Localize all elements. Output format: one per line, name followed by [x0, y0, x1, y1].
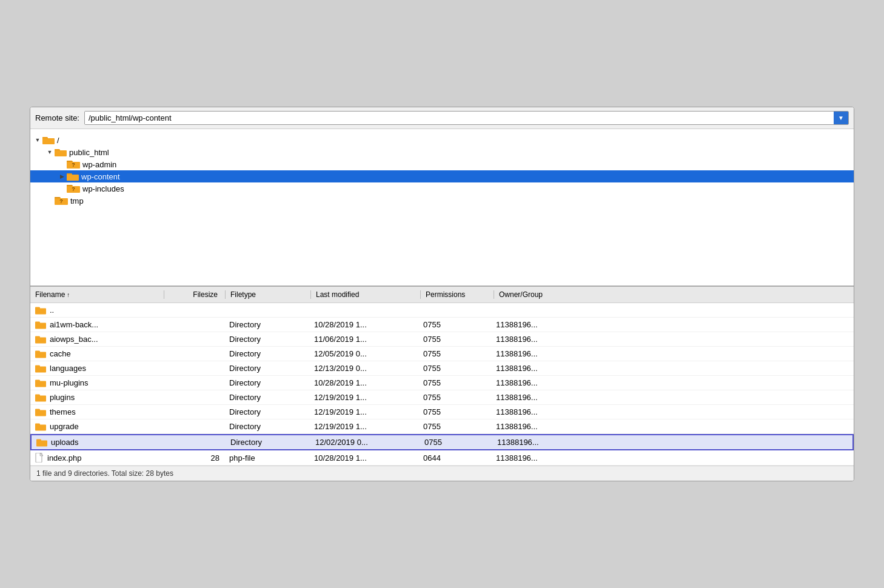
file-icon-cache	[35, 350, 46, 358]
remote-site-dropdown-button[interactable]: ▼	[834, 112, 848, 124]
cell-type-cache: Directory	[224, 348, 309, 359]
tree-label-wp-includes: wp-includes	[82, 184, 124, 193]
tree-label-wp-content: wp-content	[81, 172, 120, 181]
file-icon-mu-plugins	[35, 379, 46, 387]
cell-perms-uploads: 0755	[420, 436, 492, 448]
file-row-ai1wm[interactable]: ai1wm-back...Directory10/28/2019 1...075…	[30, 318, 854, 332]
tree-toggle-public_html[interactable]	[45, 147, 55, 157]
remote-site-bar: Remote site: ▼	[30, 107, 854, 129]
remote-site-input-wrapper: ▼	[84, 111, 849, 125]
cell-size-themes	[164, 411, 224, 413]
cell-perms-upgrade: 0755	[418, 421, 491, 432]
tree-toggle-wp-content[interactable]	[57, 172, 67, 181]
cell-owner-plugins: 11388196...	[491, 392, 854, 403]
file-row-mu-plugins[interactable]: mu-pluginsDirectory10/28/2019 1...075511…	[30, 376, 854, 390]
file-row-aiowps[interactable]: aiowps_bac...Directory11/06/2019 1...075…	[30, 332, 854, 347]
cell-lastmod-upgrade: 12/19/2019 1...	[309, 421, 418, 432]
col-header-filename[interactable]: Filename	[30, 289, 164, 300]
file-name-aiowps: aiowps_bac...	[50, 335, 98, 344]
file-icon-ai1wm	[35, 321, 46, 329]
file-icon-dotdot	[35, 306, 46, 315]
folder-icon-wp-admin: ?	[67, 159, 80, 169]
file-name-mu-plugins: mu-plugins	[50, 378, 89, 387]
cell-owner-upgrade: 11388196...	[491, 421, 854, 432]
file-row-upgrade[interactable]: upgradeDirectory12/19/2019 1...075511388…	[30, 419, 854, 434]
cell-size-cache	[164, 353, 224, 355]
cell-type-indexphp: php-file	[224, 452, 309, 464]
file-row-cache[interactable]: cacheDirectory12/05/2019 0...07551138819…	[30, 347, 854, 361]
cell-filename-plugins: plugins	[30, 392, 164, 403]
tree-item-wp-content[interactable]: wp-content	[30, 170, 854, 182]
col-header-filetype[interactable]: Filetype	[226, 289, 310, 300]
cell-lastmod-aiowps: 11/06/2019 1...	[309, 333, 418, 345]
cell-size-uploads	[165, 441, 226, 444]
tree-panel: / public_html ? wp-admin wp-content ? wp…	[30, 129, 854, 287]
cell-lastmod-uploads: 12/02/2019 0...	[310, 436, 420, 448]
tree-label-public_html: public_html	[69, 148, 109, 157]
folder-icon-wp-includes: ?	[67, 184, 80, 193]
cell-perms-ai1wm: 0755	[418, 319, 491, 330]
cell-owner-themes: 11388196...	[491, 406, 854, 418]
cell-type-dotdot	[224, 309, 309, 312]
cell-lastmod-ai1wm: 10/28/2019 1...	[309, 319, 418, 330]
file-icon-languages	[35, 364, 46, 373]
cell-owner-indexphp: 11388196...	[491, 452, 854, 464]
file-row-uploads[interactable]: uploadsDirectory12/02/2019 0...075511388…	[30, 434, 854, 450]
file-row-themes[interactable]: themesDirectory12/19/2019 1...0755113881…	[30, 405, 854, 419]
file-name-cache: cache	[50, 349, 71, 358]
remote-site-input[interactable]	[85, 112, 834, 124]
cell-owner-cache: 11388196...	[491, 348, 854, 359]
file-icon-upgrade	[35, 423, 46, 431]
cell-lastmod-languages: 12/13/2019 0...	[309, 362, 418, 374]
file-row-plugins[interactable]: pluginsDirectory12/19/2019 1...075511388…	[30, 390, 854, 405]
cell-type-ai1wm: Directory	[224, 319, 309, 330]
col-header-filesize[interactable]: Filesize	[164, 289, 225, 300]
tree-item-wp-includes[interactable]: ? wp-includes	[30, 182, 854, 195]
file-name-upgrade: upgrade	[50, 422, 79, 431]
cell-perms-indexphp: 0644	[418, 452, 491, 464]
cell-filename-cache: cache	[30, 348, 164, 359]
cell-size-plugins	[164, 396, 224, 399]
cell-size-languages	[164, 367, 224, 370]
col-header-perms[interactable]: Permissions	[421, 289, 494, 300]
file-row-languages[interactable]: languagesDirectory12/13/2019 0...0755113…	[30, 361, 854, 376]
cell-perms-mu-plugins: 0755	[418, 377, 491, 389]
file-icon-aiowps	[35, 335, 46, 344]
cell-lastmod-cache: 12/05/2019 0...	[309, 348, 418, 359]
tree-item-public_html[interactable]: public_html	[30, 146, 854, 158]
cell-perms-dotdot	[418, 309, 491, 312]
tree-item-root[interactable]: /	[30, 134, 854, 146]
file-rows: .. ai1wm-back...Directory10/28/2019 1...…	[30, 303, 854, 466]
cell-perms-plugins: 0755	[418, 392, 491, 403]
file-icon-uploads	[36, 438, 47, 447]
tree-item-wp-admin[interactable]: ? wp-admin	[30, 158, 854, 170]
status-bar: 1 file and 9 directories. Total size: 28…	[30, 466, 854, 481]
col-header-owner[interactable]: Owner/Group	[494, 289, 854, 300]
col-header-lastmod[interactable]: Last modified	[311, 289, 420, 300]
tree-label-root: /	[57, 136, 59, 145]
cell-type-plugins: Directory	[224, 392, 309, 403]
tree-label-wp-admin: wp-admin	[82, 160, 116, 169]
folder-icon-wp-content	[67, 172, 79, 181]
tree-item-tmp[interactable]: ? tmp	[30, 195, 854, 207]
cell-lastmod-themes: 12/19/2019 1...	[309, 406, 418, 418]
cell-perms-cache: 0755	[418, 348, 491, 359]
cell-filename-themes: themes	[30, 406, 164, 418]
cell-filename-ai1wm: ai1wm-back...	[30, 319, 164, 330]
file-list-header: Filename Filesize Filetype Last modified…	[30, 287, 854, 303]
file-name-indexphp: index.php	[47, 453, 81, 463]
cell-type-upgrade: Directory	[224, 421, 309, 432]
file-list-panel: Filename Filesize Filetype Last modified…	[30, 287, 854, 466]
cell-owner-aiowps: 11388196...	[491, 333, 854, 345]
cell-owner-ai1wm: 11388196...	[491, 319, 854, 330]
file-name-ai1wm: ai1wm-back...	[50, 320, 98, 329]
file-row-indexphp[interactable]: index.php28php-file10/28/2019 1...064411…	[30, 450, 854, 466]
folder-icon-tmp: ?	[55, 196, 68, 205]
cell-type-themes: Directory	[224, 406, 309, 418]
file-icon-plugins	[35, 393, 46, 402]
cell-type-mu-plugins: Directory	[224, 377, 309, 389]
file-row-dotdot[interactable]: ..	[30, 303, 854, 318]
tree-toggle-root[interactable]	[33, 135, 42, 145]
cell-owner-mu-plugins: 11388196...	[491, 377, 854, 389]
cell-size-ai1wm	[164, 324, 224, 326]
